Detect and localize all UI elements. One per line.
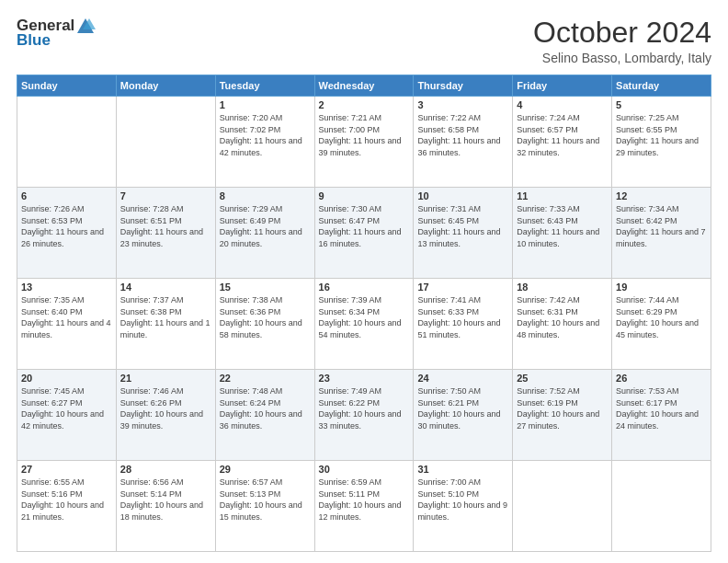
table-row: 23Sunrise: 7:49 AMSunset: 6:22 PMDayligh… xyxy=(314,370,414,461)
day-number: 2 xyxy=(319,99,410,110)
day-number: 16 xyxy=(319,282,410,293)
day-number: 9 xyxy=(319,190,410,201)
calendar-week-1: 1Sunrise: 7:20 AMSunset: 7:02 PMDaylight… xyxy=(17,97,711,188)
table-row: 11Sunrise: 7:33 AMSunset: 6:43 PMDayligh… xyxy=(513,188,612,279)
day-info: Sunrise: 7:34 AMSunset: 6:42 PMDaylight:… xyxy=(616,203,707,249)
day-info: Sunrise: 6:57 AMSunset: 5:13 PMDaylight:… xyxy=(220,477,311,523)
day-number: 5 xyxy=(616,99,707,110)
table-row: 7Sunrise: 7:28 AMSunset: 6:51 PMDaylight… xyxy=(116,188,215,279)
day-info: Sunrise: 7:50 AMSunset: 6:21 PMDaylight:… xyxy=(417,385,508,431)
day-info: Sunrise: 7:30 AMSunset: 6:47 PMDaylight:… xyxy=(319,203,410,249)
table-row: 16Sunrise: 7:39 AMSunset: 6:34 PMDayligh… xyxy=(314,279,414,370)
day-number: 24 xyxy=(417,373,508,384)
table-row: 29Sunrise: 6:57 AMSunset: 5:13 PMDayligh… xyxy=(215,461,314,552)
day-number: 19 xyxy=(616,282,707,293)
day-number: 11 xyxy=(517,190,608,201)
table-row: 17Sunrise: 7:41 AMSunset: 6:33 PMDayligh… xyxy=(414,279,513,370)
day-info: Sunrise: 7:46 AMSunset: 6:26 PMDaylight:… xyxy=(120,385,211,431)
table-row: 6Sunrise: 7:26 AMSunset: 6:53 PMDaylight… xyxy=(17,188,117,279)
calendar-week-2: 6Sunrise: 7:26 AMSunset: 6:53 PMDaylight… xyxy=(17,188,711,279)
table-row xyxy=(612,461,711,552)
day-info: Sunrise: 7:49 AMSunset: 6:22 PMDaylight:… xyxy=(319,385,410,431)
col-friday: Friday xyxy=(513,75,612,97)
day-info: Sunrise: 7:25 AMSunset: 6:55 PMDaylight:… xyxy=(616,112,707,158)
logo-icon xyxy=(75,17,96,35)
day-info: Sunrise: 7:20 AMSunset: 7:02 PMDaylight:… xyxy=(220,112,311,158)
col-saturday: Saturday xyxy=(612,75,711,97)
day-number: 1 xyxy=(220,99,311,110)
col-tuesday: Tuesday xyxy=(215,75,314,97)
day-number: 14 xyxy=(120,282,211,293)
table-row: 28Sunrise: 6:56 AMSunset: 5:14 PMDayligh… xyxy=(116,461,215,552)
table-row: 20Sunrise: 7:45 AMSunset: 6:27 PMDayligh… xyxy=(17,370,117,461)
day-number: 10 xyxy=(417,190,508,201)
day-info: Sunrise: 7:35 AMSunset: 6:40 PMDaylight:… xyxy=(21,294,112,340)
day-number: 23 xyxy=(319,373,410,384)
table-row: 3Sunrise: 7:22 AMSunset: 6:58 PMDaylight… xyxy=(414,97,513,188)
calendar-week-5: 27Sunrise: 6:55 AMSunset: 5:16 PMDayligh… xyxy=(17,461,711,552)
table-row: 19Sunrise: 7:44 AMSunset: 6:29 PMDayligh… xyxy=(612,279,711,370)
day-number: 18 xyxy=(517,282,608,293)
day-info: Sunrise: 7:42 AMSunset: 6:31 PMDaylight:… xyxy=(517,294,608,340)
day-info: Sunrise: 6:55 AMSunset: 5:16 PMDaylight:… xyxy=(21,477,112,523)
table-row: 10Sunrise: 7:31 AMSunset: 6:45 PMDayligh… xyxy=(414,188,513,279)
calendar-week-4: 20Sunrise: 7:45 AMSunset: 6:27 PMDayligh… xyxy=(17,370,711,461)
table-row: 12Sunrise: 7:34 AMSunset: 6:42 PMDayligh… xyxy=(612,188,711,279)
table-row: 22Sunrise: 7:48 AMSunset: 6:24 PMDayligh… xyxy=(215,370,314,461)
col-wednesday: Wednesday xyxy=(314,75,414,97)
month-title: October 2024 xyxy=(533,17,711,49)
day-number: 22 xyxy=(220,373,311,384)
day-info: Sunrise: 7:21 AMSunset: 7:00 PMDaylight:… xyxy=(319,112,410,158)
day-number: 27 xyxy=(21,464,112,475)
day-info: Sunrise: 7:26 AMSunset: 6:53 PMDaylight:… xyxy=(21,203,112,249)
day-info: Sunrise: 7:33 AMSunset: 6:43 PMDaylight:… xyxy=(517,203,608,249)
day-number: 17 xyxy=(417,282,508,293)
day-info: Sunrise: 7:29 AMSunset: 6:49 PMDaylight:… xyxy=(220,203,311,249)
table-row: 8Sunrise: 7:29 AMSunset: 6:49 PMDaylight… xyxy=(215,188,314,279)
logo: General Blue xyxy=(17,17,97,50)
table-row: 13Sunrise: 7:35 AMSunset: 6:40 PMDayligh… xyxy=(17,279,117,370)
title-block: October 2024 Selino Basso, Lombardy, Ita… xyxy=(533,17,711,65)
day-number: 4 xyxy=(517,99,608,110)
table-row xyxy=(17,97,117,188)
day-info: Sunrise: 7:48 AMSunset: 6:24 PMDaylight:… xyxy=(220,385,311,431)
table-row: 4Sunrise: 7:24 AMSunset: 6:57 PMDaylight… xyxy=(513,97,612,188)
table-row xyxy=(116,97,215,188)
day-number: 7 xyxy=(120,190,211,201)
col-monday: Monday xyxy=(116,75,215,97)
table-row: 27Sunrise: 6:55 AMSunset: 5:16 PMDayligh… xyxy=(17,461,117,552)
logo-blue-text: Blue xyxy=(17,31,51,50)
day-info: Sunrise: 7:39 AMSunset: 6:34 PMDaylight:… xyxy=(319,294,410,340)
day-number: 30 xyxy=(319,464,410,475)
table-row: 24Sunrise: 7:50 AMSunset: 6:21 PMDayligh… xyxy=(414,370,513,461)
table-row: 15Sunrise: 7:38 AMSunset: 6:36 PMDayligh… xyxy=(215,279,314,370)
day-number: 20 xyxy=(21,373,112,384)
day-number: 21 xyxy=(120,373,211,384)
calendar-week-3: 13Sunrise: 7:35 AMSunset: 6:40 PMDayligh… xyxy=(17,279,711,370)
page: General Blue October 2024 Selino Basso, … xyxy=(0,0,728,563)
col-thursday: Thursday xyxy=(414,75,513,97)
header: General Blue October 2024 Selino Basso, … xyxy=(17,17,711,65)
table-row: 26Sunrise: 7:53 AMSunset: 6:17 PMDayligh… xyxy=(612,370,711,461)
day-info: Sunrise: 7:24 AMSunset: 6:57 PMDaylight:… xyxy=(517,112,608,158)
day-info: Sunrise: 6:56 AMSunset: 5:14 PMDaylight:… xyxy=(120,477,211,523)
day-info: Sunrise: 7:00 AMSunset: 5:10 PMDaylight:… xyxy=(417,477,508,523)
day-info: Sunrise: 7:31 AMSunset: 6:45 PMDaylight:… xyxy=(417,203,508,249)
day-info: Sunrise: 7:37 AMSunset: 6:38 PMDaylight:… xyxy=(120,294,211,340)
table-row: 31Sunrise: 7:00 AMSunset: 5:10 PMDayligh… xyxy=(414,461,513,552)
day-number: 31 xyxy=(417,464,508,475)
day-info: Sunrise: 7:38 AMSunset: 6:36 PMDaylight:… xyxy=(220,294,311,340)
table-row xyxy=(513,461,612,552)
day-number: 12 xyxy=(616,190,707,201)
day-number: 28 xyxy=(120,464,211,475)
table-row: 21Sunrise: 7:46 AMSunset: 6:26 PMDayligh… xyxy=(116,370,215,461)
day-info: Sunrise: 6:59 AMSunset: 5:11 PMDaylight:… xyxy=(319,477,410,523)
day-info: Sunrise: 7:52 AMSunset: 6:19 PMDaylight:… xyxy=(517,385,608,431)
calendar-table: Sunday Monday Tuesday Wednesday Thursday… xyxy=(17,75,711,552)
day-info: Sunrise: 7:53 AMSunset: 6:17 PMDaylight:… xyxy=(616,385,707,431)
day-number: 13 xyxy=(21,282,112,293)
day-number: 29 xyxy=(220,464,311,475)
table-row: 30Sunrise: 6:59 AMSunset: 5:11 PMDayligh… xyxy=(314,461,414,552)
day-number: 6 xyxy=(21,190,112,201)
table-row: 1Sunrise: 7:20 AMSunset: 7:02 PMDaylight… xyxy=(215,97,314,188)
